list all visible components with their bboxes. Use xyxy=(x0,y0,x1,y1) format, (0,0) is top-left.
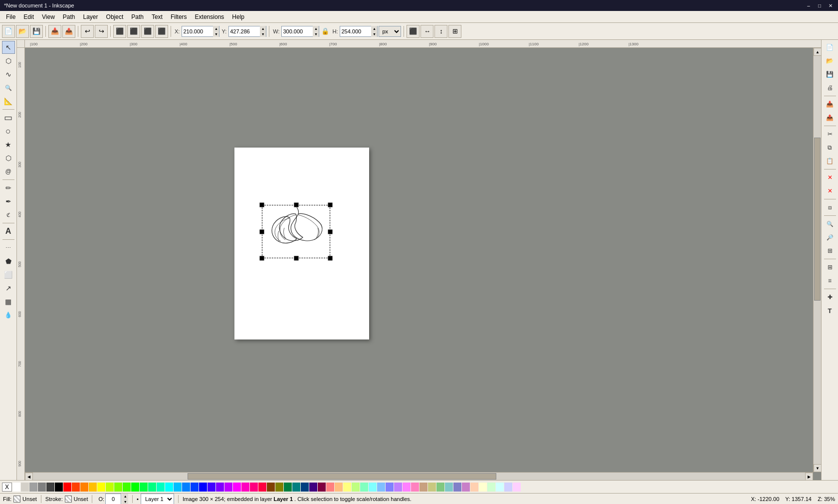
rp-text[interactable]: T xyxy=(824,304,837,317)
transform-btn3[interactable]: ↕ xyxy=(434,25,447,38)
palette-color-swatch[interactable] xyxy=(377,483,385,492)
palette-color-swatch[interactable] xyxy=(233,483,241,492)
palette-color-swatch[interactable] xyxy=(496,483,504,492)
toolbar-save[interactable]: 💾 xyxy=(30,25,43,38)
palette-color-swatch[interactable] xyxy=(241,483,249,492)
tool-connector[interactable]: ↗ xyxy=(2,282,15,295)
palette-color-swatch[interactable] xyxy=(157,483,165,492)
transform-btn2[interactable]: ↔ xyxy=(420,25,433,38)
transform-btn1[interactable]: ⬛ xyxy=(407,25,419,38)
rp-zoomfit[interactable]: ⊞ xyxy=(824,244,837,257)
palette-color-swatch[interactable] xyxy=(199,483,207,492)
palette-color-swatch[interactable] xyxy=(80,483,88,492)
rp-transform[interactable]: ⧈ xyxy=(824,201,837,214)
selected-object[interactable] xyxy=(262,205,330,258)
rp-copy[interactable]: ⧉ xyxy=(824,141,837,154)
tool-spiral[interactable]: @ xyxy=(2,165,15,178)
fill-swatch[interactable] xyxy=(13,496,20,503)
menu-layer[interactable]: Layer xyxy=(79,11,102,22)
handle-br[interactable] xyxy=(328,256,333,261)
tool-text[interactable]: A xyxy=(2,225,15,238)
toolbar-align-top[interactable]: ⬛ xyxy=(155,25,168,38)
stroke-swatch[interactable] xyxy=(65,496,72,503)
x-down[interactable]: ▼ xyxy=(213,31,219,37)
palette-color-swatch[interactable] xyxy=(72,483,80,492)
close-button[interactable]: ✕ xyxy=(827,2,834,9)
y-down[interactable]: ▼ xyxy=(260,31,266,37)
menu-object[interactable]: Object xyxy=(102,11,128,22)
rp-zoomin[interactable]: 🔍 xyxy=(824,217,837,230)
handle-tm[interactable] xyxy=(294,203,298,207)
toolbar-align-right[interactable]: ⬛ xyxy=(141,25,154,38)
menu-path2[interactable]: Path xyxy=(127,11,148,22)
palette-color-swatch[interactable] xyxy=(445,483,453,492)
palette-color-swatch[interactable] xyxy=(97,483,105,492)
palette-color-swatch[interactable] xyxy=(504,483,512,492)
tool-spray[interactable]: ⋯ xyxy=(2,241,15,254)
palette-color-swatch[interactable] xyxy=(403,483,411,492)
scroll-right-button[interactable]: ▶ xyxy=(805,473,813,480)
menu-text[interactable]: Text xyxy=(148,11,167,22)
x-input[interactable] xyxy=(182,26,213,36)
tool-dropper[interactable]: 💧 xyxy=(2,309,15,322)
palette-color-swatch[interactable] xyxy=(46,483,54,492)
palette-color-swatch[interactable] xyxy=(131,483,139,492)
rp-save[interactable]: 💾 xyxy=(824,68,837,81)
opacity-down[interactable]: ▼ xyxy=(122,499,128,504)
scroll-down-button[interactable]: ▼ xyxy=(814,464,821,472)
rp-grid[interactable]: ⊞ xyxy=(824,261,837,274)
palette-color-swatch[interactable] xyxy=(394,483,402,492)
y-input[interactable] xyxy=(229,26,260,36)
palette-color-swatch[interactable] xyxy=(106,483,114,492)
h-input[interactable] xyxy=(340,26,371,36)
rp-cut[interactable]: ✂ xyxy=(824,128,837,141)
menu-view[interactable]: View xyxy=(38,11,59,22)
unit-select[interactable]: pxmmcmin xyxy=(379,26,401,37)
tool-gradient[interactable]: ▦ xyxy=(2,295,15,308)
palette-color-swatch[interactable] xyxy=(12,483,20,492)
x-up[interactable]: ▲ xyxy=(213,26,219,31)
tool-ellipse[interactable]: ○ xyxy=(2,125,15,138)
palette-color-swatch[interactable] xyxy=(250,483,258,492)
rp-close-x2[interactable]: ✕ xyxy=(824,184,837,197)
handle-ml[interactable] xyxy=(260,229,264,234)
horizontal-scrollbar[interactable]: ◀ ▶ xyxy=(25,472,813,480)
palette-color-swatch[interactable] xyxy=(386,483,394,492)
palette-color-swatch[interactable] xyxy=(453,483,461,492)
rp-open[interactable]: 📂 xyxy=(824,54,837,67)
palette-color-swatch[interactable] xyxy=(513,483,521,492)
palette-color-swatch[interactable] xyxy=(208,483,215,492)
palette-color-swatch[interactable] xyxy=(165,483,173,492)
menu-path[interactable]: Path xyxy=(59,11,79,22)
menu-extensions[interactable]: Extensions xyxy=(191,11,228,22)
palette-color-swatch[interactable] xyxy=(55,483,63,492)
palette-color-swatch[interactable] xyxy=(479,483,487,492)
menu-help[interactable]: Help xyxy=(228,11,248,22)
maximize-button[interactable]: □ xyxy=(816,2,823,9)
menu-filters[interactable]: Filters xyxy=(167,11,191,22)
palette-color-swatch[interactable] xyxy=(38,483,46,492)
opacity-input[interactable] xyxy=(105,494,121,504)
palette-color-swatch[interactable] xyxy=(335,483,343,492)
h-down[interactable]: ▼ xyxy=(371,31,377,37)
rp-paste[interactable]: 📋 xyxy=(824,155,837,168)
rp-lines[interactable]: ≡ xyxy=(824,274,837,287)
tool-zoom[interactable]: 🔍 xyxy=(2,81,15,94)
palette-color-swatch[interactable] xyxy=(258,483,266,492)
palette-color-swatch[interactable] xyxy=(470,483,478,492)
palette-color-swatch[interactable] xyxy=(292,483,300,492)
toolbar-new[interactable]: 📄 xyxy=(2,25,15,38)
palette-color-swatch[interactable] xyxy=(174,483,182,492)
rp-zoomout[interactable]: 🔎 xyxy=(824,231,837,244)
palette-color-swatch[interactable] xyxy=(369,483,377,492)
palette-color-swatch[interactable] xyxy=(487,483,495,492)
vertical-scrollbar[interactable]: ▲ ▼ xyxy=(813,48,821,472)
palette-color-swatch[interactable] xyxy=(360,483,368,492)
palette-color-swatch[interactable] xyxy=(148,483,156,492)
tool-node[interactable]: ⬡ xyxy=(2,54,15,67)
tool-select[interactable]: ↖ xyxy=(2,41,15,54)
menu-file[interactable]: File xyxy=(2,11,19,22)
palette-color-swatch[interactable] xyxy=(182,483,190,492)
toolbar-align-center[interactable]: ⬛ xyxy=(127,25,140,38)
handle-tr[interactable] xyxy=(328,203,333,207)
